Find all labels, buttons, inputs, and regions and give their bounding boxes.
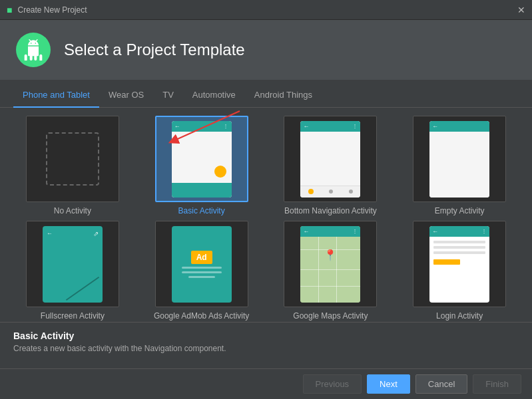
map-mock: ← ⋮ 📍 xyxy=(300,226,360,303)
overflow-icon: ⋮ xyxy=(481,228,487,234)
admob-label: Google AdMob Ads Activity xyxy=(154,311,249,321)
phone-top-bar: ← ⋮ xyxy=(172,121,232,132)
phone-bottom-bar xyxy=(172,183,232,198)
map-grid-v-1 xyxy=(318,237,319,303)
empty-body xyxy=(429,132,489,198)
dialog-header: Select a Project Template xyxy=(0,20,532,80)
template-bottom-nav-activity[interactable]: ← ⋮ Bottom Navigation Activity xyxy=(269,116,393,215)
bottom-nav-top-bar: ← ⋮ xyxy=(300,121,360,132)
template-admob-activity[interactable]: Ad Google AdMob Ads Activity xyxy=(140,221,264,321)
template-login-activity[interactable]: ← ⋮ Login Activity xyxy=(398,221,521,321)
map-body: 📍 xyxy=(300,237,360,303)
map-top-bar: ← ⋮ xyxy=(300,226,360,237)
template-no-activity[interactable]: No Activity xyxy=(11,116,134,215)
map-grid-v-2 xyxy=(336,237,337,303)
title-bar: ■ Create New Project ✕ xyxy=(0,0,532,20)
fullscreen-label: Fullscreen Activity xyxy=(41,311,105,321)
template-basic-activity[interactable]: ← ⋮ Basic Activity xyxy=(140,116,264,215)
empty-mock: ← xyxy=(429,121,489,198)
back-arrow-icon: ← xyxy=(303,228,309,235)
empty-top-bar: ← xyxy=(429,121,489,132)
maps-thumb: ← ⋮ 📍 xyxy=(284,221,377,307)
tab-automotive[interactable]: Automotive xyxy=(183,83,245,108)
login-thumb: ← ⋮ xyxy=(413,221,506,307)
phone-body xyxy=(172,132,232,183)
title-bar-text: ■ Create New Project xyxy=(7,5,87,15)
bottom-nav-label: Bottom Navigation Activity xyxy=(284,206,377,215)
close-button[interactable]: ✕ xyxy=(517,5,525,15)
content-area: No Activity ← ⋮ Basic xyxy=(0,108,532,368)
login-top-bar: ← ⋮ xyxy=(429,226,489,237)
template-empty-activity[interactable]: ← Empty Activity xyxy=(398,116,521,215)
admob-thumb: Ad xyxy=(155,221,248,307)
tab-wear-os[interactable]: Wear OS xyxy=(99,83,153,108)
bottom-nav-body xyxy=(300,132,360,186)
fab-button xyxy=(214,166,226,178)
nav-dot-2 xyxy=(349,190,353,194)
tab-android-things[interactable]: Android Things xyxy=(245,83,322,108)
basic-activity-thumb: ← ⋮ xyxy=(155,116,248,202)
overflow-icon: ⋮ xyxy=(223,123,229,129)
back-arrow-icon: ← xyxy=(174,123,180,130)
ad-line-1 xyxy=(182,267,222,269)
tab-phone-tablet[interactable]: Phone and Tablet xyxy=(13,83,99,108)
map-grid-h-3 xyxy=(300,286,360,287)
footer: Previous Next Cancel Finish xyxy=(0,368,532,399)
bottom-nav-thumb: ← ⋮ xyxy=(284,116,377,202)
maps-label: Google Maps Activity xyxy=(293,311,368,321)
template-grid: No Activity ← ⋮ Basic xyxy=(0,108,532,322)
login-field-1 xyxy=(433,241,485,243)
login-field-2 xyxy=(433,246,485,249)
expand-icon: ⇗ xyxy=(93,230,99,237)
description-text: Creates a new basic activity with the Na… xyxy=(13,344,519,353)
template-maps-activity[interactable]: ← ⋮ 📍 Google Maps Activity xyxy=(269,221,393,321)
android-logo xyxy=(16,33,51,67)
back-arrow-icon: ← xyxy=(432,228,438,235)
description-title: Basic Activity xyxy=(13,331,519,341)
finish-button[interactable]: Finish xyxy=(473,374,521,394)
empty-activity-thumb: ← xyxy=(413,116,506,202)
login-mock: ← ⋮ xyxy=(429,226,489,303)
dialog-title: Select a Project Template xyxy=(64,41,245,59)
empty-activity-label: Empty Activity xyxy=(435,206,485,215)
login-label: Login Activity xyxy=(436,311,483,321)
map-pin-icon: 📍 xyxy=(324,249,337,261)
tab-tv[interactable]: TV xyxy=(153,83,183,108)
next-button[interactable]: Next xyxy=(367,374,410,394)
ad-badge: Ad xyxy=(191,251,212,264)
basic-activity-phone-mock: ← ⋮ xyxy=(172,121,232,198)
bottom-nav-bar xyxy=(300,186,360,198)
ad-mock: Ad xyxy=(172,226,232,303)
description-area: Basic Activity Creates a new basic activ… xyxy=(0,322,532,368)
login-body xyxy=(429,237,489,303)
dialog: Select a Project Template Phone and Tabl… xyxy=(0,20,532,399)
back-arrow-icon: ← xyxy=(432,123,438,130)
no-activity-thumb xyxy=(26,116,119,202)
map-grid-h-2 xyxy=(300,269,360,270)
nav-dot-1 xyxy=(329,190,333,194)
previous-button[interactable]: Previous xyxy=(303,374,362,394)
login-submit-btn xyxy=(433,259,460,265)
tabs-bar: Phone and Tablet Wear OS TV Automotive A… xyxy=(0,80,532,108)
cancel-button[interactable]: Cancel xyxy=(415,374,467,394)
diagonal-line xyxy=(66,276,99,300)
back-arrow-icon: ← xyxy=(303,123,309,130)
window-title: Create New Project xyxy=(17,5,87,15)
bottom-nav-mock: ← ⋮ xyxy=(300,121,360,198)
login-field-3 xyxy=(433,251,485,254)
android-icon xyxy=(23,39,44,61)
ad-line-2 xyxy=(182,271,222,273)
top-arrow-icon: ← xyxy=(47,230,53,237)
basic-activity-label: Basic Activity xyxy=(178,206,225,215)
no-activity-box xyxy=(46,132,99,186)
ad-line-3 xyxy=(188,276,215,278)
nav-dot-active xyxy=(308,189,314,194)
overflow-icon: ⋮ xyxy=(352,123,358,129)
overflow-icon: ⋮ xyxy=(352,228,358,234)
fullscreen-mock: ← ⇗ xyxy=(43,226,103,303)
fullscreen-thumb: ← ⇗ xyxy=(26,221,119,307)
template-fullscreen-activity[interactable]: ← ⇗ Fullscreen Activity xyxy=(11,221,134,321)
no-activity-label: No Activity xyxy=(54,206,91,215)
